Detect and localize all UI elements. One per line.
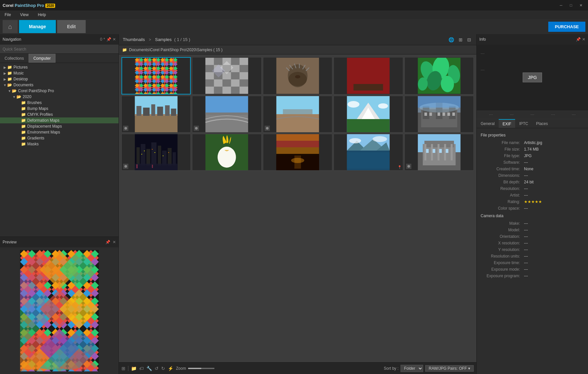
nav-close-icon[interactable]: ✕	[113, 37, 116, 42]
info-panel-title: Info	[479, 37, 486, 42]
view-icon[interactable]: ⊞	[457, 36, 464, 43]
tab-manage[interactable]: Manage	[19, 20, 56, 33]
thumb-13[interactable]	[263, 134, 332, 171]
thumb-11-stamp	[123, 164, 128, 169]
path-bar: 📁 Documents\Corel PaintShop Pro\2020\Sam…	[119, 45, 476, 54]
svg-rect-139	[155, 152, 155, 153]
thumb-14[interactable]: 📍	[334, 134, 403, 171]
nav-pin-icon[interactable]: 📌	[106, 37, 111, 42]
thumb-11[interactable]	[121, 134, 191, 171]
status-icon-action[interactable]: ⚡	[168, 366, 173, 371]
thumb-15[interactable]	[404, 134, 474, 171]
tree-item-documents[interactable]: ▼ 📂 Documents	[0, 82, 119, 88]
status-icon-rotate-right[interactable]: ↻	[161, 366, 165, 371]
preview-close-icon[interactable]: ✕	[113, 240, 116, 244]
thumb-2[interactable]	[192, 57, 261, 94]
thumb-9[interactable]	[334, 96, 403, 133]
info-tab-general[interactable]: General	[477, 119, 499, 128]
status-icon-folder[interactable]: 📁	[131, 366, 137, 371]
grid-icon[interactable]: ⊟	[466, 36, 472, 43]
svg-rect-39	[206, 72, 214, 79]
tree-item-environment-maps[interactable]: 📁 Environment Maps	[0, 129, 119, 135]
tree-item-gradients[interactable]: 📁 Gradients	[0, 135, 119, 141]
info-row-artist: Artist: ---	[477, 192, 588, 198]
info-pin-icon[interactable]: 📌	[576, 37, 581, 42]
tree-item-brushes[interactable]: 📁 Brushes	[0, 100, 119, 106]
breadcrumb-root[interactable]: Thumbnails	[123, 37, 145, 42]
info-label-filetype: File type:	[481, 154, 520, 158]
svg-rect-44	[206, 79, 214, 87]
info-label-rating: Rating:	[481, 199, 520, 204]
tab-collections[interactable]: Collections	[0, 54, 29, 63]
status-sort: Sort by : Folder RAW/JPG Pairs: OFF ▾	[384, 365, 474, 372]
sort-dropdown[interactable]: Folder	[401, 365, 423, 372]
tree-label-deformation-maps: Deformation Maps	[27, 118, 59, 123]
tree-item-cmyk-profiles[interactable]: 📁 CMYK Profiles	[0, 112, 119, 117]
info-row-filename: File name: Artistic.jpg	[477, 139, 588, 146]
thumb-12[interactable]	[192, 134, 261, 171]
info-tab-places[interactable]: Places	[532, 119, 552, 128]
tree-item-deformation-maps[interactable]: 📁 Deformation Maps	[0, 117, 119, 123]
status-icon-tag[interactable]: 🏷	[139, 366, 144, 371]
close-button[interactable]: ✕	[576, 2, 585, 9]
thumb-10[interactable]	[404, 96, 474, 133]
tree-item-pictures[interactable]: ▶ 📁 Pictures	[0, 64, 119, 70]
preview-image-area	[0, 247, 119, 374]
preview-header: Preview 📌 ✕	[0, 237, 119, 247]
menu-help[interactable]: Help	[36, 12, 48, 18]
info-label-artist: Artist:	[481, 193, 520, 197]
info-value-expmode: ---	[524, 267, 528, 272]
tree-item-desktop[interactable]: ▶ 📁 Desktop	[0, 76, 119, 82]
preview-pin-icon[interactable]: 📌	[105, 240, 110, 244]
minimize-button[interactable]: ─	[556, 2, 566, 9]
status-icon-rotate-left[interactable]: ↺	[155, 366, 159, 371]
svg-rect-27	[135, 58, 178, 94]
thumb-5[interactable]	[404, 57, 474, 94]
tab-computer[interactable]: Computer	[29, 54, 56, 63]
thumb-1[interactable]	[121, 57, 191, 94]
svg-rect-138	[152, 149, 153, 150]
info-tab-exif[interactable]: EXIF	[499, 119, 515, 128]
thumb-img-7	[192, 96, 261, 132]
svg-rect-48	[240, 79, 248, 87]
thumb-4[interactable]	[334, 57, 403, 94]
quick-search-input[interactable]	[3, 47, 116, 52]
zoom-slider[interactable]	[188, 368, 214, 369]
globe-icon[interactable]: 🌐	[447, 36, 455, 43]
status-icon-grid[interactable]: ⊞	[121, 366, 125, 371]
info-row-model: Model: ---	[477, 227, 588, 233]
menu-view[interactable]: View	[18, 12, 31, 18]
tree-item-displacement-maps[interactable]: 📁 Displacement Maps	[0, 123, 119, 129]
purchase-button[interactable]: PURCHASE	[548, 22, 585, 32]
home-button[interactable]: ⌂	[3, 20, 18, 33]
thumb-6[interactable]	[121, 96, 191, 133]
raw-jpg-button[interactable]: RAW/JPG Pairs: OFF ▾	[425, 365, 474, 372]
maximize-button[interactable]: □	[566, 2, 576, 9]
folder-icon-documents: 📂	[7, 83, 12, 87]
tree-item-2020[interactable]: ▼ 📂 2020	[0, 94, 119, 100]
thumb-3[interactable]	[263, 57, 332, 94]
tree-label-desktop: Desktop	[13, 77, 28, 81]
svg-rect-157	[276, 147, 319, 154]
breadcrumb-current[interactable]: Samples	[155, 37, 172, 42]
tree-item-corel-psp[interactable]: ▼ 📂 Corel PaintShop Pro	[0, 88, 119, 94]
info-label-yres: Y resolution:	[481, 247, 520, 252]
thumb-8[interactable]	[263, 96, 332, 133]
info-label-created: Created time:	[481, 167, 520, 171]
svg-rect-144	[152, 165, 153, 168]
status-icon-tools[interactable]: 🔧	[146, 366, 152, 371]
tree-item-music[interactable]: ▶ 📁 Music	[0, 70, 119, 76]
info-close-icon[interactable]: ✕	[582, 37, 585, 42]
svg-rect-140	[163, 156, 163, 156]
thumb-7[interactable]	[192, 96, 261, 133]
tree-item-masks[interactable]: 📁 Masks	[0, 141, 119, 147]
tab-edit[interactable]: Edit	[57, 20, 85, 33]
tree-item-bump-maps[interactable]: 📁 Bump Maps	[0, 106, 119, 112]
info-row-created: Created time: None	[477, 166, 588, 172]
info-tab-iptc[interactable]: IPTC	[515, 119, 532, 128]
svg-rect-100	[206, 114, 248, 132]
svg-point-102	[195, 127, 198, 130]
svg-point-112	[378, 103, 388, 109]
info-value-exptime: ---	[524, 260, 528, 265]
menu-file[interactable]: File	[3, 12, 13, 18]
